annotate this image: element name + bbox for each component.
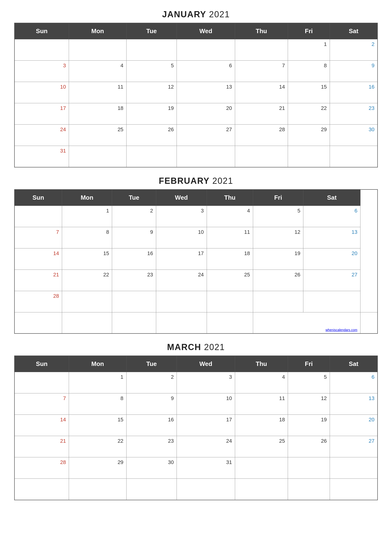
calendar-day-cell: 9 [330,61,378,82]
header-thu: Thu [235,23,288,39]
calendar-day-cell: 21 [14,436,69,457]
day-number: 18 [238,417,285,423]
calendar-day-cell: 13 [177,82,235,103]
day-number: 10 [180,395,232,402]
day-number: 5 [256,208,300,214]
calendar-day-cell: 3 [177,372,235,393]
header-sun: Sun [14,23,69,39]
day-number: 31 [180,459,232,465]
day-number: 20 [333,417,374,423]
day-number: 1 [72,374,123,380]
calendar-day-cell: 25 [235,436,288,457]
calendar-day-cell [303,291,360,312]
calendar-day-cell: 15 [288,82,330,103]
watermark-cell: wheniscalendars.com [253,312,360,333]
calendar-day-cell: 1 [69,372,126,393]
day-number: 13 [333,395,374,402]
calendar-day-cell [14,312,62,333]
calendar-day-cell [62,312,112,333]
calendar-day-cell: 2 [112,206,156,227]
day-number: 11 [210,229,250,235]
calendar-day-cell [14,479,69,500]
calendar-day-cell [177,146,235,167]
calendar-day-cell: 18 [207,248,253,270]
calendar-day-cell: 9 [126,393,177,415]
day-number: 29 [72,459,123,465]
header-mon: Mon [69,356,126,372]
day-number: 30 [129,459,174,465]
day-number: 14 [238,84,285,90]
calendar-day-cell: 24 [177,436,235,457]
calendar-day-cell: 14 [14,248,62,270]
day-number: 28 [238,126,285,133]
day-number: 10 [18,84,66,90]
day-number: 23 [129,438,174,444]
day-number: 9 [129,395,174,402]
day-number: 8 [291,62,327,69]
calendar-week-row: 10111213141516 [14,82,378,103]
calendar-day-cell [112,312,156,333]
day-number: 7 [18,395,66,402]
calendar-day-cell: 24 [14,125,69,146]
calendar-day-cell [156,291,207,312]
day-number: 18 [210,250,250,256]
calendar-day-cell: 10 [14,82,69,103]
calendar-day-cell: 31 [14,146,69,167]
calendar-day-cell: 7 [14,227,62,248]
header-sat: Sat [330,23,378,39]
calendar-day-cell: 5 [288,372,330,393]
header-wed: Wed [177,356,235,372]
calendar-day-cell: 30 [126,457,177,479]
calendar-week-row: 12 [14,39,378,61]
calendar-day-cell: 7 [14,393,69,415]
calendar-day-cell [14,39,69,61]
calendar-day-cell: 22 [69,436,126,457]
day-number: 26 [291,438,327,444]
header-mon: Mon [62,189,112,206]
calendar-day-cell: 17 [177,415,235,436]
calendar-day-cell [69,146,126,167]
day-number: 27 [306,272,357,278]
day-number: 30 [333,126,374,133]
day-number: 16 [129,417,174,423]
calendar-day-cell: 6 [330,372,378,393]
calendar-day-cell: 12 [126,82,177,103]
calendar-day-cell: 28 [14,457,69,479]
day-number: 8 [72,395,123,402]
watermark-link[interactable]: wheniscalendars.com [325,328,357,332]
day-number: 14 [18,417,66,423]
day-number: 3 [18,62,66,69]
day-number: 31 [18,148,66,154]
calendar-day-cell: 3 [156,206,207,227]
day-number: 19 [291,417,327,423]
header-sat: Sat [330,356,378,372]
day-number: 27 [180,126,232,133]
day-number: 22 [72,438,123,444]
day-number: 11 [238,395,285,402]
calendar-day-cell: 12 [253,227,303,248]
day-number: 15 [291,84,327,90]
calendar-day-cell: 21 [14,270,62,291]
day-number: 1 [65,208,109,214]
header-tue: Tue [112,189,156,206]
calendar-week-row: 17181920212223 [14,103,378,125]
calendar-day-cell: 24 [156,270,207,291]
calendar-day-cell: 1 [62,206,112,227]
header-tue: Tue [126,23,177,39]
month-title: JANUARY 2021 [14,9,378,19]
calendar-day-cell: 28 [235,125,288,146]
calendar-day-cell: 26 [126,125,177,146]
calendar-day-cell [126,146,177,167]
calendar-day-cell [177,479,235,500]
calendar-day-cell [69,479,126,500]
calendar-day-cell: 15 [69,415,126,436]
day-number: 4 [238,374,285,380]
calendar-day-cell: 11 [235,393,288,415]
calendar-day-cell: 6 [177,61,235,82]
header-sat: Sat [303,189,360,206]
calendar-day-cell: 14 [14,415,69,436]
day-number: 5 [291,374,327,380]
day-number: 28 [18,293,59,299]
day-number: 16 [333,84,374,90]
calendar-day-cell: 2 [126,372,177,393]
